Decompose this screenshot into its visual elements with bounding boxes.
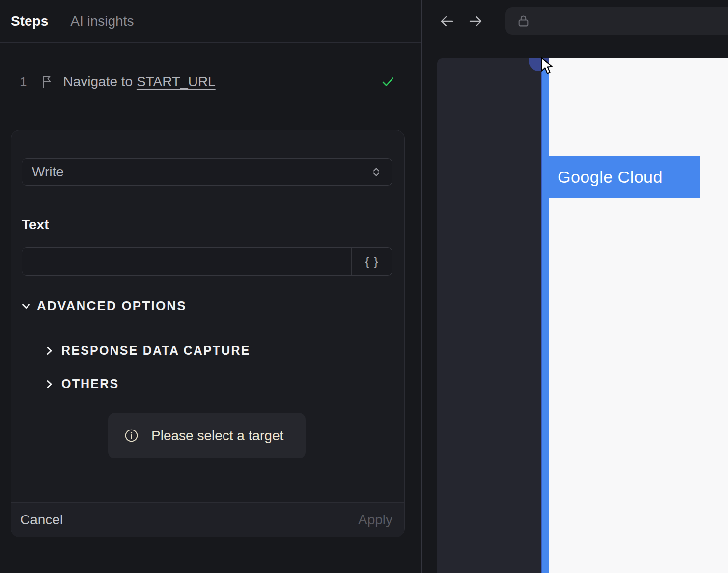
cancel-button[interactable]: Cancel [20, 512, 63, 528]
step-label: Navigate to START_URL [63, 74, 215, 89]
step-row[interactable]: 1 Navigate to START_URL [0, 68, 421, 95]
mouse-cursor-icon [540, 57, 555, 77]
editor-footer: Cancel Apply [11, 502, 404, 537]
chevron-right-icon [45, 379, 55, 390]
page-content[interactable] [549, 58, 728, 573]
page-viewport: Google Cloud [422, 58, 728, 573]
flag-icon [40, 74, 53, 89]
element-highlight-bar [541, 58, 549, 573]
chevron-down-icon [21, 301, 31, 312]
google-cloud-text: Google Cloud [558, 168, 663, 187]
steps-panel: Steps AI insights 1 Navigate to START_UR… [0, 0, 421, 573]
browser-toolbar [422, 0, 728, 42]
step-start-url-link[interactable]: START_URL [137, 74, 216, 89]
tab-steps[interactable]: Steps [11, 13, 48, 29]
advanced-options-label: ADVANCED OPTIONS [37, 298, 187, 314]
page-sidebar[interactable] [437, 58, 541, 573]
panel-tabs: Steps AI insights [0, 0, 421, 43]
action-select-value: Write [32, 164, 64, 180]
back-arrow-icon[interactable] [439, 13, 455, 29]
chevron-right-icon [45, 345, 55, 356]
lock-icon [516, 14, 531, 28]
apply-button[interactable]: Apply [358, 512, 392, 528]
check-icon [381, 75, 395, 88]
advanced-options-toggle[interactable]: ADVANCED OPTIONS [21, 298, 187, 314]
address-bar[interactable] [505, 7, 728, 35]
step-number: 1 [20, 74, 27, 89]
others-label: OTHERS [61, 377, 119, 391]
action-select[interactable]: Write [22, 158, 392, 186]
text-input-group: { } [22, 247, 392, 276]
footer-divider [20, 497, 391, 497]
variables-braces-button[interactable]: { } [351, 248, 392, 275]
response-data-capture-label: RESPONSE DATA CAPTURE [61, 344, 251, 358]
hint-text: Please select a target [151, 428, 283, 444]
unfold-icon [370, 166, 382, 178]
browser-preview: Google Cloud [422, 43, 728, 573]
text-input[interactable] [22, 248, 351, 275]
highlighted-element[interactable]: Google Cloud [549, 156, 700, 198]
forward-arrow-icon[interactable] [467, 13, 484, 29]
response-data-capture-toggle[interactable]: RESPONSE DATA CAPTURE [45, 344, 251, 358]
info-icon [124, 428, 139, 443]
select-target-hint: Please select a target [108, 413, 306, 458]
tab-ai-insights[interactable]: AI insights [70, 13, 134, 29]
text-field-label: Text [22, 217, 49, 232]
step-editor-card: Write Text { } ADVANCED OPTIONS [11, 130, 405, 537]
others-toggle[interactable]: OTHERS [45, 377, 119, 391]
